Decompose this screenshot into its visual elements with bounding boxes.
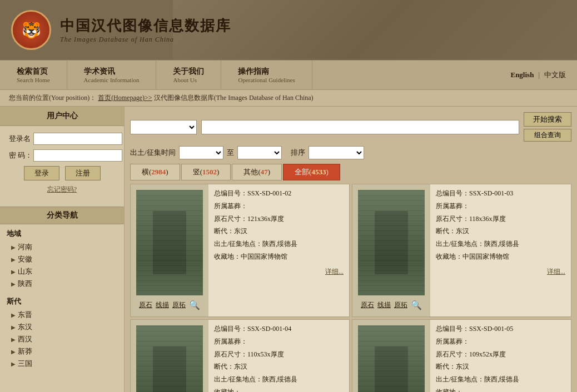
info-period-3: 断代：东汉 [214,362,344,371]
tab-horizontal[interactable]: 横(2984) [130,164,180,180]
find-value-1: 陕西,绥德县 [262,240,297,248]
header-background [173,0,577,60]
register-button[interactable]: 注册 [65,166,101,180]
search-button[interactable]: 开始搜索 [524,112,571,127]
info-size-2: 原石尺寸：118x36x厚度 [436,214,565,224]
nav-sub-about: About Us [173,77,204,83]
info-collect-1: 收藏地：中国国家博物馆 [214,252,344,262]
login-name-input[interactable] [33,133,122,145]
info-size-4: 原石尺寸：109x52x厚度 [436,350,565,359]
password-row: 密 码： [9,149,115,162]
size-value-1: 121x36x厚度 [247,215,284,223]
find-value-4: 陕西,绥德县 [484,375,519,383]
stone-figure-2 [375,211,408,274]
detail-link-1[interactable]: 详细... [325,267,344,277]
result-image-area-2: 原石 线描 原拓 🔍 [352,184,430,316]
sort-select[interactable] [309,146,364,159]
breadcrumb-home[interactable]: 首页(Homepage)>> [98,94,152,102]
zoom-icon-1[interactable]: 🔍 [189,300,200,310]
region-item-shaanxi[interactable]: ▶ 陕西 [7,278,117,290]
original-stone-link-2[interactable]: 原石 [361,300,374,310]
result-image-3 [136,325,203,392]
date-to-select[interactable] [237,146,282,159]
sort-label: 排序 [291,148,305,158]
date-filter: 出土/征集时间 至 排序 [130,146,571,159]
tab-all[interactable]: 全部(4533) [283,164,340,180]
arrow-icon-shandong: ▶ [11,269,16,275]
info-id-2: 总编目号：SSX-SD-001-03 [436,189,565,198]
zoom-icon-2[interactable]: 🔍 [411,300,422,310]
nav-label-search: 检索首页 [17,67,50,77]
info-tomb-1: 所属墓葬： [214,202,344,211]
nav-sub-academic: Academic Information [84,77,140,83]
collect-value-1: 中国国家博物馆 [241,253,287,260]
info-tomb-2: 所属墓葬： [436,202,565,211]
original-stone-link-1[interactable]: 原石 [139,300,152,310]
login-button[interactable]: 登录 [24,166,59,180]
nav-item-guide[interactable]: 操作指南 Operational Guidelines [221,61,312,89]
info-size-3: 原石尺寸：110x53x厚度 [214,350,344,359]
info-collect-2: 收藏地：中国国家博物馆 [436,252,565,262]
search-category-select[interactable] [130,120,197,134]
rubbing-link-1[interactable]: 原拓 [172,300,186,310]
nav-item-academic[interactable]: 学术资讯 Academic Information [67,61,157,89]
line-drawing-link-1[interactable]: 线描 [156,300,169,310]
forgot-password-link[interactable]: 忘记密码? [9,185,115,194]
dynasty-title: 斯代 [7,296,117,306]
advanced-search-button[interactable]: 组合查询 [524,129,571,142]
dynasty-label-donghan: 东汉 [18,322,32,332]
dynasty-item-dongjin[interactable]: ▶ 东晋 [7,309,117,321]
region-label-shandong: 山东 [18,267,32,277]
nav-item-about[interactable]: 关于我们 About Us [156,61,221,89]
stone-relief-4 [358,325,425,392]
date-from-select[interactable] [179,146,223,159]
to-label: 至 [227,148,234,158]
stone-relief-2 [358,190,425,295]
search-bar: 开始搜索 组合查询 [130,112,571,142]
lang-separator: | [538,71,540,79]
tab-horizontal-label: 横(2984) [142,168,168,176]
tab-other[interactable]: 其他(47) [232,164,282,180]
nav-label-academic: 学术资讯 [84,67,140,77]
nav-sub-guide: Operational Guidelines [238,77,295,83]
password-input[interactable] [33,149,122,162]
find-value-2: 陕西,绥德县 [484,240,519,248]
line-drawing-link-2[interactable]: 线描 [377,300,391,310]
nav-item-search[interactable]: 检索首页 Search Home [0,61,67,89]
dynasty-item-sanguo[interactable]: ▶ 三国 [7,358,117,370]
info-find-1: 出土/征集地点：陕西,绥德县 [214,239,344,249]
lang-english[interactable]: English [510,71,534,79]
result-item-4: 原石 线描 原拓 🔍 总编目号：SSX-SD-001-05 所属墓葬： 原石尺寸… [352,319,571,392]
region-label-henan: 河南 [18,242,32,252]
region-item-shandong[interactable]: ▶ 山东 [7,265,117,278]
dynasty-item-xinmang[interactable]: ▶ 新莽 [7,345,117,358]
breadcrumb-current: 汉代图像信息数据库(The Images Database of Han Chi… [154,94,314,102]
dynasty-item-donghan[interactable]: ▶ 东汉 [7,321,117,333]
region-item-henan[interactable]: ▶ 河南 [7,241,117,253]
result-info-1: 总编目号：SSX-SD-001-02 所属墓葬： 原石尺寸：121x36x厚度 … [208,184,349,316]
lang-chinese[interactable]: 中文版 [544,70,566,80]
sidebar: 用户中心 登录名： 密 码： 登录 注册 忘记密码? 分类导航 地域 ▶ 河南 [0,107,125,392]
info-find-4: 出土/征集地点：陕西,绥德县 [436,375,565,384]
search-input[interactable] [201,120,519,134]
login-name-label: 登录名： [9,134,30,144]
period-value-1: 东汉 [234,227,247,235]
nav-label-guide: 操作指南 [238,67,295,77]
tab-vertical[interactable]: 竖(1502) [181,164,231,180]
navbar: 检索首页 Search Home 学术资讯 Academic Informati… [0,60,577,90]
region-item-anhui[interactable]: ▶ 安徽 [7,253,117,265]
info-find-3: 出土/征集地点：陕西,绥德县 [214,375,344,384]
results-grid: 原石 线描 原拓 🔍 总编目号：SSX-SD-001-02 所属墓葬： 原石尺寸… [130,184,571,392]
search-buttons: 开始搜索 组合查询 [524,112,571,142]
period-value-4: 东汉 [456,363,469,370]
result-info-2: 总编目号：SSX-SD-001-03 所属墓葬： 原石尺寸：118x36x厚度 … [430,184,571,316]
detail-link-2[interactable]: 详细... [547,267,565,277]
breadcrumb: 您当前的位置(Your position)： 首页(Homepage)>> 汉代… [0,90,577,107]
rubbing-link-2[interactable]: 原拓 [394,300,407,310]
id-value-1: SSX-SD-001-02 [247,189,291,197]
user-center-title: 用户中心 [0,107,124,126]
dynasty-item-xihan[interactable]: ▶ 西汉 [7,333,117,345]
arrow-icon-xihan: ▶ [11,336,16,343]
period-value-2: 东汉 [456,227,469,235]
collect-value-2: 中国国家博物馆 [462,253,509,260]
